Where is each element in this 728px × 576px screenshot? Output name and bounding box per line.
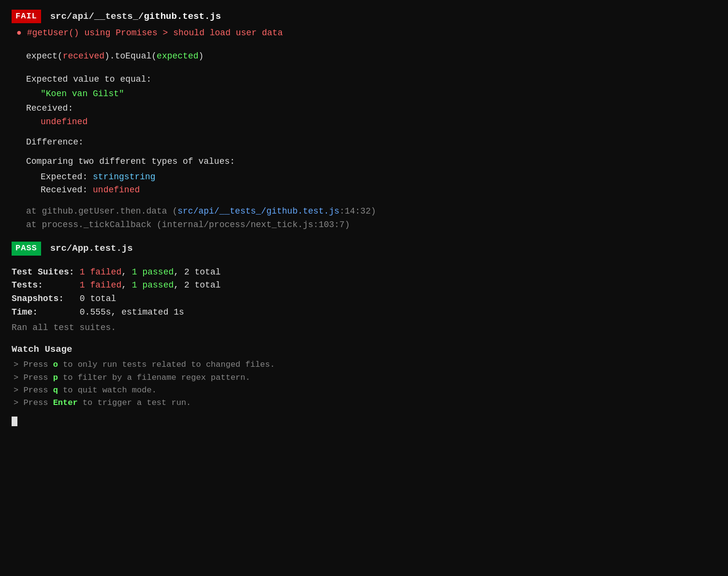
- summary-snapshots-row: Snapshots: 0 total: [12, 292, 716, 306]
- summary-section: Test Suites: 1 failed, 1 passed, 2 total…: [12, 266, 716, 335]
- expect-line: expect(received).toEqual(expected): [26, 50, 716, 63]
- expected-value: "Koen van Gilst": [41, 87, 716, 101]
- watch-item-enter: > Press Enter to trigger a test run.: [14, 397, 716, 409]
- summary-suites-row: Test Suites: 1 failed, 1 passed, 2 total: [12, 266, 716, 279]
- watch-item-p: > Press p to filter by a filename regex …: [14, 372, 716, 384]
- received-value: undefined: [41, 117, 87, 127]
- comparing-label: Comparing two different types of values:: [26, 157, 235, 166]
- time-label: Time:: [12, 306, 74, 319]
- suites-passed: 1 passed: [132, 267, 174, 277]
- pass-file-path: src/App.test.js: [50, 243, 133, 254]
- watch-title: Watch Usage: [12, 343, 716, 357]
- stack-path: src/api/__tests_/github.test.js: [177, 206, 339, 216]
- stack-trace: at github.getUser.then.data (src/api/__t…: [26, 205, 716, 232]
- ran-all-text: Ran all test suites.: [12, 321, 716, 335]
- stack-line-2: at process._tickCallback (internal/proce…: [26, 218, 716, 232]
- comparing-text: Comparing two different types of values:: [26, 155, 716, 169]
- time-value: 0.555s, estimated 1s: [80, 307, 184, 317]
- fail-file-path: src/api/__tests_/github.test.js: [50, 11, 221, 22]
- difference-title: Difference:: [26, 136, 716, 149]
- test-method: #getUser() using Promises > should load …: [27, 28, 283, 38]
- expect-prefix: expect(: [26, 51, 63, 61]
- expected-title: Expected value to equal:: [26, 73, 716, 86]
- expected-keyword: expected: [157, 51, 198, 61]
- fail-header-line: FAIL src/api/__tests_/github.test.js: [12, 10, 716, 24]
- watch-section: Watch Usage > Press o to only run tests …: [12, 343, 716, 410]
- summary-time-row: Time: 0.555s, estimated 1s: [12, 306, 716, 319]
- difference-section: Difference: Comparing two different type…: [26, 136, 716, 198]
- diff-expected-value: string: [93, 172, 124, 182]
- diff-expected-label: Expected:: [41, 172, 87, 182]
- tests-failed: 1 failed: [80, 280, 121, 290]
- received-keyword: received: [63, 51, 104, 61]
- diff-received-row: Received: undefined: [41, 184, 716, 197]
- received-title: Received:: [26, 103, 73, 113]
- pass-badge: PASS: [12, 242, 41, 255]
- terminal-output: FAIL src/api/__tests_/github.test.js ● #…: [12, 10, 716, 427]
- suites-label: Test Suites:: [12, 266, 74, 279]
- bullet-icon: ●: [16, 28, 22, 38]
- stack-line-1: at github.getUser.then.data (src/api/__t…: [26, 205, 716, 218]
- suites-failed: 1 failed: [80, 267, 121, 277]
- watch-item-q: > Press q to quit watch mode.: [14, 384, 716, 397]
- suites-total: 2 total: [184, 267, 221, 277]
- terminal-cursor: [12, 417, 17, 426]
- tests-total: 2 total: [184, 280, 221, 290]
- fail-file-name: github.test.js: [144, 11, 221, 22]
- test-description: ● #getUser() using Promises > should loa…: [16, 27, 716, 40]
- tests-label: Tests:: [12, 279, 74, 292]
- diff-expected-row: Expected: stringstring: [41, 171, 716, 184]
- watch-key-enter: Enter: [53, 398, 78, 407]
- snapshots-value: 0 total: [80, 294, 116, 303]
- pass-header-line: PASS src/App.test.js: [12, 242, 716, 256]
- received-section: Received: undefined: [26, 102, 716, 129]
- watch-key-o: o: [53, 360, 58, 369]
- tests-passed: 1 passed: [132, 280, 174, 290]
- expected-section: Expected value to equal: "Koen van Gilst…: [26, 73, 716, 101]
- fail-file-prefix: src/api/__tests_/: [50, 11, 144, 22]
- fail-badge: FAIL: [12, 10, 41, 23]
- watch-key-p: p: [53, 373, 58, 382]
- watch-key-q: q: [53, 386, 58, 395]
- watch-item-o: > Press o to only run tests related to c…: [14, 359, 716, 371]
- diff-received-label: Received:: [41, 185, 87, 195]
- cursor-line: [12, 414, 716, 427]
- snapshots-label: Snapshots:: [12, 292, 74, 306]
- summary-tests-row: Tests: 1 failed, 1 passed, 2 total: [12, 279, 716, 292]
